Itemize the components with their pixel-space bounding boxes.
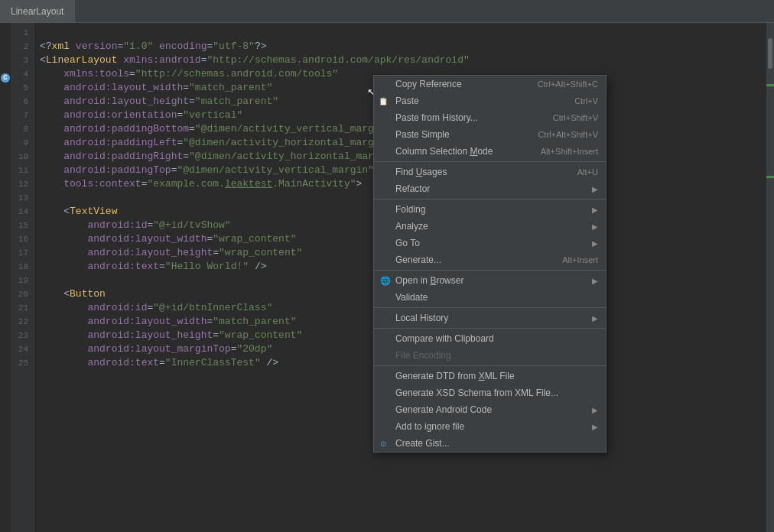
menu-label-create-gist: Create Gist...	[395, 438, 450, 449]
menu-item-file-encoding: File Encoding	[374, 347, 606, 364]
menu-shortcut-column-mode: Alt+Shift+Insert	[541, 147, 598, 156]
menu-item-copy-reference[interactable]: Copy Reference Ctrl+Alt+Shift+C	[374, 76, 606, 92]
menu-shortcut-paste-history: Ctrl+Shift+V	[553, 113, 598, 122]
scrollbar-thumb[interactable]	[768, 38, 772, 69]
menu-item-column-mode[interactable]: Column Selection Mode Alt+Shift+Insert	[374, 143, 606, 160]
editor: LinearLayout C 12345 678910 1112131415 1…	[0, 0, 774, 532]
menu-separator-6	[374, 365, 606, 366]
local-history-arrow-icon: ▶	[592, 314, 598, 323]
refactor-arrow-icon: ▶	[592, 185, 598, 193]
menu-label-find-usages: Find Usages	[395, 167, 447, 177]
menu-label-gen-xsd: Generate XSD Schema from XML File...	[395, 388, 558, 398]
gist-icon: ⊙	[380, 440, 386, 448]
menu-shortcut-paste: Ctrl+V	[574, 96, 598, 105]
tab-bar: LinearLayout	[0, 0, 774, 23]
menu-separator-1	[374, 161, 606, 162]
menu-item-validate[interactable]: Validate	[374, 289, 606, 306]
menu-item-find-usages[interactable]: Find Usages Alt+U	[374, 164, 606, 180]
line-numbers: 12345 678910 1112131415 1617181920 21222…	[11, 23, 34, 532]
menu-item-refactor[interactable]: Refactor ▶	[374, 180, 606, 197]
menu-item-goto[interactable]: Go To ▶	[374, 235, 606, 251]
paste-icon: 📋	[379, 97, 388, 105]
menu-label-copy-reference: Copy Reference	[395, 79, 462, 89]
folding-arrow-icon: ▶	[592, 206, 598, 214]
tab-label: LinearLayout	[11, 6, 63, 17]
menu-item-folding[interactable]: Folding ▶	[374, 201, 606, 218]
menu-item-analyze[interactable]: Analyze ▶	[374, 218, 606, 235]
goto-arrow-icon: ▶	[592, 239, 598, 248]
menu-shortcut-copy-reference: Ctrl+Alt+Shift+C	[538, 79, 598, 89]
menu-item-open-browser[interactable]: 🌐 Open in Browser ▶	[374, 272, 606, 289]
menu-label-gen-dtd: Generate DTD from XML File	[395, 371, 515, 381]
browser-arrow-icon: ▶	[592, 277, 598, 285]
scrollbar-marker-2	[766, 176, 774, 178]
menu-label-file-encoding: File Encoding	[395, 350, 451, 361]
globe-icon: 🌐	[380, 276, 391, 286]
menu-label-paste-simple: Paste Simple	[395, 129, 450, 140]
menu-label-open-browser: Open in Browser	[395, 275, 463, 286]
analyze-arrow-icon: ▶	[592, 222, 598, 231]
menu-separator-4	[374, 307, 606, 308]
menu-shortcut-generate: Alt+Insert	[562, 255, 598, 264]
menu-label-goto: Go To	[395, 238, 420, 248]
menu-item-paste-simple[interactable]: Paste Simple Ctrl+Alt+Shift+V	[374, 126, 606, 143]
scrollbar[interactable]	[766, 23, 774, 532]
menu-separator-3	[374, 270, 606, 271]
code-line-1	[40, 26, 760, 40]
menu-item-paste-history[interactable]: Paste from History... Ctrl+Shift+V	[374, 109, 606, 126]
menu-item-gen-android[interactable]: Generate Android Code ▶	[374, 401, 606, 418]
menu-label-add-ignore: Add to ignore file	[395, 421, 464, 432]
menu-label-paste-history: Paste from History...	[395, 112, 478, 123]
menu-label-generate: Generate...	[395, 255, 441, 265]
menu-label-column-mode: Column Selection Mode	[395, 146, 493, 157]
menu-item-add-ignore[interactable]: Add to ignore file ▶	[374, 418, 606, 435]
menu-label-validate: Validate	[395, 292, 428, 303]
menu-item-create-gist[interactable]: ⊙ Create Gist...	[374, 435, 606, 452]
menu-label-compare-clipboard: Compare with Clipboard	[395, 333, 494, 344]
menu-label-refactor: Refactor	[395, 183, 430, 194]
menu-shortcut-find-usages: Alt+U	[577, 167, 598, 177]
menu-item-generate[interactable]: Generate... Alt+Insert	[374, 251, 606, 268]
indicator-dot: C	[1, 73, 10, 83]
menu-item-paste[interactable]: 📋 Paste Ctrl+V	[374, 92, 606, 109]
left-indicator: C	[0, 23, 11, 532]
menu-label-folding: Folding	[395, 204, 425, 215]
add-ignore-arrow-icon: ▶	[592, 423, 598, 431]
code-line-3: <LinearLayout xmlns:android="http://sche…	[40, 54, 760, 67]
menu-label-gen-android: Generate Android Code	[395, 404, 492, 415]
menu-label-local-history: Local History	[395, 313, 448, 323]
scrollbar-marker-1	[766, 84, 774, 86]
menu-separator-2	[374, 199, 606, 200]
menu-label-analyze: Analyze	[395, 221, 428, 232]
menu-item-compare-clipboard[interactable]: Compare with Clipboard	[374, 330, 606, 347]
menu-separator-5	[374, 328, 606, 329]
menu-label-paste: Paste	[395, 96, 419, 106]
menu-item-local-history[interactable]: Local History ▶	[374, 310, 606, 326]
editor-tab[interactable]: LinearLayout	[0, 0, 75, 22]
context-menu: Copy Reference Ctrl+Alt+Shift+C 📋 Paste …	[373, 75, 607, 453]
menu-item-gen-dtd[interactable]: Generate DTD from XML File	[374, 368, 606, 384]
menu-shortcut-paste-simple: Ctrl+Alt+Shift+V	[538, 130, 598, 139]
menu-item-gen-xsd[interactable]: Generate XSD Schema from XML File...	[374, 384, 606, 401]
gen-android-arrow-icon: ▶	[592, 406, 598, 414]
code-line-2: <?xml version="1.0" encoding="utf-8"?>	[40, 40, 760, 54]
